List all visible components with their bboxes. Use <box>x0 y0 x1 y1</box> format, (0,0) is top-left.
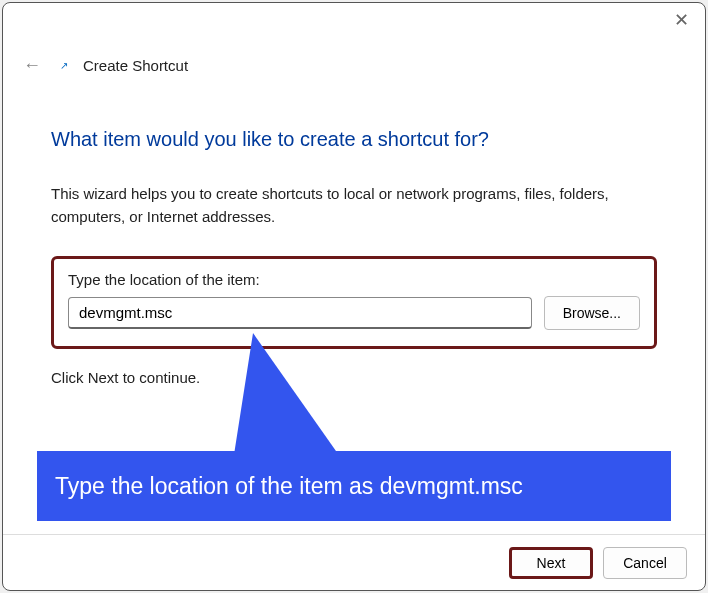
cancel-button[interactable]: Cancel <box>603 547 687 579</box>
titlebar: ✕ <box>3 3 705 43</box>
create-shortcut-dialog: ✕ ← ↗ Create Shortcut What item would yo… <box>2 2 706 591</box>
location-field-highlight: Type the location of the item: Browse... <box>51 256 657 349</box>
back-arrow-icon[interactable]: ← <box>19 51 45 80</box>
browse-button[interactable]: Browse... <box>544 296 640 330</box>
close-icon[interactable]: ✕ <box>674 11 689 29</box>
dialog-header: ← ↗ Create Shortcut <box>3 43 705 80</box>
continue-instruction: Click Next to continue. <box>51 369 657 386</box>
dialog-title: Create Shortcut <box>83 57 188 74</box>
annotation-banner: Type the location of the item as devmgmt… <box>37 451 671 521</box>
location-label: Type the location of the item: <box>68 271 640 288</box>
page-heading: What item would you like to create a sho… <box>51 128 657 151</box>
location-input[interactable] <box>68 297 532 329</box>
dialog-footer: Next Cancel <box>3 534 705 590</box>
next-button[interactable]: Next <box>509 547 593 579</box>
location-field-row: Browse... <box>68 296 640 330</box>
annotation-pointer <box>233 333 343 461</box>
annotation-text: Type the location of the item as devmgmt… <box>55 473 523 500</box>
shortcut-icon: ↗ <box>57 59 71 73</box>
description-text: This wizard helps you to create shortcut… <box>51 183 657 228</box>
